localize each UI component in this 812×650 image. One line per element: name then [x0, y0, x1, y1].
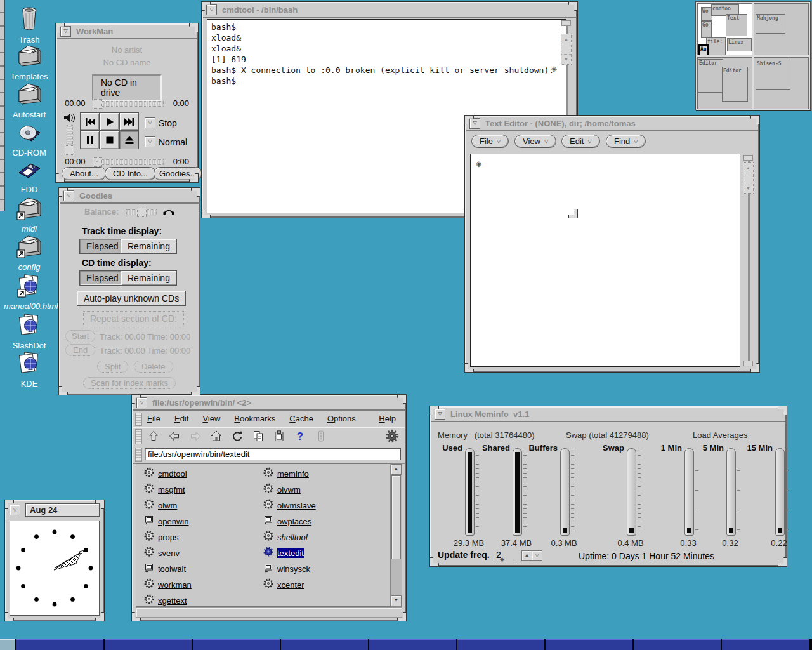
- list-scrollbar[interactable]: ▲ ▼: [390, 463, 402, 607]
- pager-desktop-2[interactable]: Mahjong: [754, 3, 809, 55]
- file-item-msgfmt[interactable]: msgfmt: [144, 483, 185, 496]
- file-item-owplaces[interactable]: owplaces: [263, 515, 311, 527]
- file-menu-button[interactable]: File▽: [471, 135, 509, 148]
- url-input[interactable]: [145, 448, 401, 460]
- file-name[interactable]: owplaces: [277, 517, 311, 526]
- file-item-winsysck[interactable]: winsysck: [263, 562, 310, 575]
- balance-thumb[interactable]: [137, 208, 147, 217]
- volume-slider[interactable]: [67, 125, 73, 152]
- stop-toolbar-icon[interactable]: [313, 429, 329, 443]
- resize-corner-br[interactable]: [191, 386, 200, 395]
- file-name[interactable]: shelltool: [277, 533, 308, 542]
- desktop-icon-kde[interactable]: KDE: [4, 350, 55, 388]
- file-item-meminfo[interactable]: meminfo: [263, 467, 309, 480]
- scrollbar-top-anchor[interactable]: [561, 20, 571, 26]
- menu-help[interactable]: Help: [379, 414, 396, 423]
- pager-desktop-3[interactable]: EditorEditor: [697, 57, 752, 109]
- taskbar-item[interactable]: [369, 639, 456, 650]
- file-name[interactable]: winsysck: [277, 564, 310, 574]
- taskbar-item[interactable]: [16, 639, 103, 650]
- reload-toolbar-icon[interactable]: [230, 429, 245, 443]
- back-toolbar-icon[interactable]: [167, 429, 182, 443]
- window-menu-button[interactable]: ▽: [469, 118, 480, 129]
- taskbar-item[interactable]: [193, 639, 280, 650]
- taskbar-item[interactable]: [105, 639, 192, 650]
- cd-remaining-button[interactable]: Remaining: [121, 270, 177, 286]
- slider-thumb[interactable]: «: [93, 157, 102, 167]
- menu-bookmarks[interactable]: Bookmarks: [234, 414, 275, 423]
- scroll-down-arrow[interactable]: ▼: [743, 183, 753, 193]
- pager-desktop-1[interactable]: WocmdtooTextGofile:LinuxAu: [697, 3, 752, 55]
- start-button[interactable]: Start: [65, 330, 95, 342]
- track-elapsed-button[interactable]: Elapsed: [79, 239, 126, 254]
- resize-corner-bl[interactable]: [58, 386, 68, 395]
- track-position-slider[interactable]: [93, 101, 164, 107]
- forward-toolbar-icon[interactable]: [188, 429, 203, 443]
- copy-toolbar-icon[interactable]: [251, 429, 266, 443]
- desktop-icon-cd-rom[interactable]: CD-ROM: [4, 119, 55, 157]
- paste-toolbar-icon[interactable]: [272, 429, 287, 443]
- resize-corner-br[interactable]: [778, 557, 787, 567]
- view-menu-button[interactable]: View▽: [514, 135, 556, 148]
- file-name[interactable]: olwm: [158, 501, 177, 510]
- autoplay-button[interactable]: Auto-play unknown CDs: [77, 291, 186, 306]
- desktop-icon-templates[interactable]: Templates: [4, 43, 55, 81]
- file-item-svenv[interactable]: svenv: [144, 547, 180, 559]
- scroll-up-arrow[interactable]: ▲: [743, 163, 753, 173]
- file-name[interactable]: olwmslave: [277, 501, 316, 510]
- kfm-gear-icon[interactable]: [384, 429, 400, 443]
- file-item-xcenter[interactable]: xcenter: [263, 578, 304, 591]
- scrollbar-elevator[interactable]: ▲ ▼: [561, 34, 572, 65]
- slider-thumb[interactable]: [93, 99, 102, 109]
- cd-info-button[interactable]: CD Info...: [105, 167, 156, 180]
- scan-index-button[interactable]: Scan for index marks: [83, 377, 176, 389]
- window-menu-button[interactable]: ▽: [10, 505, 20, 515]
- up-toolbar-icon[interactable]: [146, 429, 161, 443]
- file-name[interactable]: xgettext: [158, 596, 187, 606]
- file-name[interactable]: olvwm: [277, 485, 301, 494]
- pager-window[interactable]: Editor: [722, 67, 748, 102]
- desktop-icon-autostart[interactable]: Autostart: [4, 81, 55, 119]
- scroll-thumb[interactable]: [391, 475, 401, 559]
- taskbar-item[interactable]: [546, 639, 632, 650]
- toolbar-grip[interactable]: [135, 429, 142, 444]
- desktop-icon-trash[interactable]: Trash: [4, 5, 55, 44]
- edit-menu-button[interactable]: Edit▽: [561, 135, 600, 148]
- delete-button[interactable]: Delete: [134, 361, 173, 373]
- window-menu-button[interactable]: ▽: [60, 26, 71, 37]
- menu-options[interactable]: Options: [327, 414, 356, 423]
- taskbar-item[interactable]: [281, 639, 368, 650]
- pager-window[interactable]: Linux: [727, 38, 752, 51]
- pager-window[interactable]: Editor: [698, 59, 723, 93]
- pager-window[interactable]: Shisen-S: [756, 60, 790, 90]
- window-menu-button[interactable]: ▽: [136, 397, 147, 408]
- window-menu-button[interactable]: ▽: [63, 190, 74, 201]
- editor-text-area[interactable]: ◈: [470, 154, 740, 367]
- cd-position-slider[interactable]: «: [93, 159, 164, 165]
- scrollbar-elevator[interactable]: ▲ ▼: [743, 162, 754, 194]
- after-track-menu-button[interactable]: ▽: [145, 117, 155, 128]
- taskbar-item[interactable]: [634, 639, 721, 650]
- pager-window[interactable]: Mahjong: [756, 14, 785, 34]
- file-item-olwmslave[interactable]: olwmslave: [263, 499, 316, 512]
- update-freq-value[interactable]: 2: [496, 550, 516, 560]
- pager-window[interactable]: Au: [698, 44, 709, 55]
- desktop-icon-fdd[interactable]: FDD: [4, 157, 55, 194]
- file-item-shelltool[interactable]: shelltool: [263, 531, 308, 543]
- play-button[interactable]: [100, 112, 119, 131]
- file-item-openwin[interactable]: openwin: [144, 515, 188, 527]
- file-name[interactable]: workman: [158, 580, 192, 590]
- file-item-workman[interactable]: workman: [144, 578, 192, 591]
- file-item-olvwm[interactable]: olvwm: [263, 483, 301, 496]
- taskbar-item[interactable]: [722, 639, 809, 650]
- pager-window[interactable]: Text: [726, 14, 747, 36]
- freq-decrease-button[interactable]: ▽: [532, 550, 542, 561]
- scrollbar-top-anchor[interactable]: [743, 155, 753, 161]
- window-menu-button[interactable]: ▽: [435, 409, 445, 420]
- pause-button[interactable]: [80, 131, 100, 149]
- file-name[interactable]: xcenter: [277, 580, 304, 590]
- end-button[interactable]: End: [65, 344, 95, 356]
- scroll-down-arrow[interactable]: ▼: [561, 55, 571, 64]
- eject-button[interactable]: [119, 131, 139, 149]
- scroll-drag-box[interactable]: [743, 173, 753, 183]
